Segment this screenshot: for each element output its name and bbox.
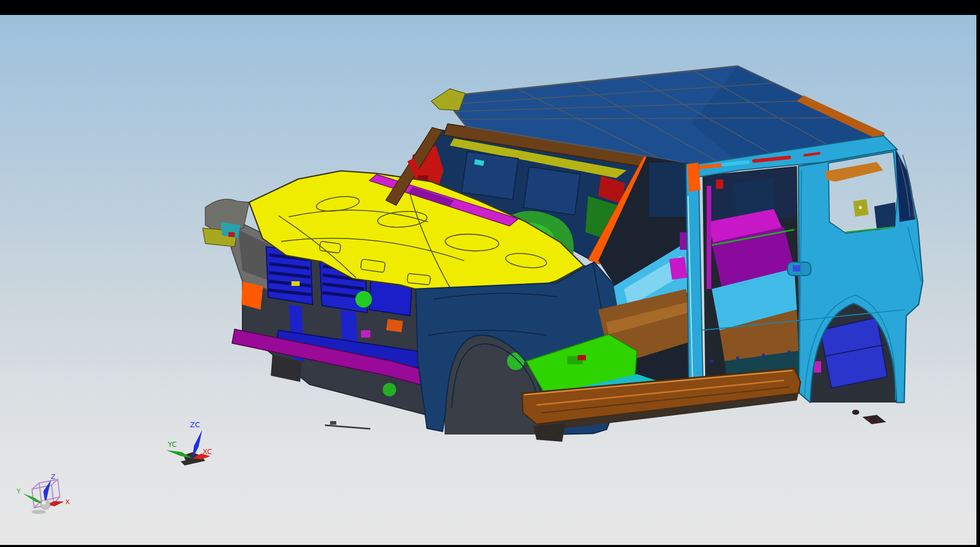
cad-application-window: ZC YC XC Z Y X bbox=[0, 0, 980, 547]
green-component[interactable] bbox=[355, 291, 372, 308]
wcs-y-label[interactable]: YC bbox=[167, 440, 177, 448]
view-z-label[interactable]: Z bbox=[51, 473, 56, 480]
quarter-window-sill-navy bbox=[874, 202, 895, 230]
view-y-label[interactable]: Y bbox=[16, 487, 21, 495]
green-component-2[interactable] bbox=[383, 383, 396, 396]
wcs-z-label[interactable]: ZC bbox=[190, 421, 200, 429]
inner-panel-1 bbox=[462, 151, 518, 199]
far-side-panel bbox=[649, 163, 689, 217]
door-latch bbox=[793, 265, 800, 271]
wcs-x-label[interactable]: XC bbox=[203, 447, 213, 456]
seat-magenta-bit[interactable] bbox=[669, 257, 687, 280]
lower-bracket bbox=[330, 421, 336, 425]
graphics-window[interactable]: ZC YC XC Z Y X bbox=[0, 0, 980, 547]
rear-inner-panel-blue[interactable] bbox=[820, 317, 887, 388]
bracket-hole bbox=[859, 206, 862, 209]
yellow-bit bbox=[291, 281, 300, 286]
triad-shadow bbox=[31, 510, 46, 514]
right-frame-bar bbox=[976, 0, 980, 547]
view-x-label[interactable]: X bbox=[66, 498, 70, 506]
small-part-dot[interactable] bbox=[852, 410, 859, 415]
red-part[interactable] bbox=[228, 232, 235, 237]
small-red-speck bbox=[868, 418, 870, 420]
triad-origin-sphere[interactable] bbox=[41, 500, 50, 509]
top-frame-bar bbox=[0, 0, 980, 15]
inner-panel-2 bbox=[524, 167, 580, 215]
sphere-highlight bbox=[42, 501, 46, 505]
bottom-frame-bar bbox=[0, 545, 980, 547]
orange-engine-bit[interactable] bbox=[386, 319, 403, 332]
floor-red-bit bbox=[578, 355, 586, 360]
rocker-front-skid bbox=[533, 423, 565, 442]
b-pillar-orange-top[interactable] bbox=[687, 163, 700, 192]
small-red-speck-2 bbox=[877, 420, 879, 422]
magenta-bit[interactable] bbox=[361, 330, 370, 337]
